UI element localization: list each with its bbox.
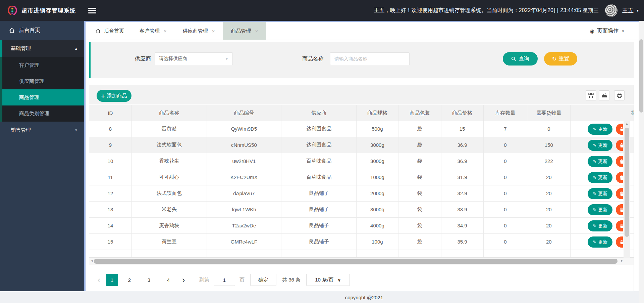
delete-button[interactable]: 删除 — [616, 236, 623, 248]
confirm-page-button[interactable]: 确定 — [250, 274, 276, 286]
delete-button[interactable]: 删除 — [616, 124, 623, 135]
user-caret-down-icon[interactable]: ▼ — [636, 9, 639, 12]
column-header-pack[interactable]: 商品包装 — [398, 105, 441, 121]
delete-button[interactable]: 删除 — [616, 140, 623, 151]
sidebar-item-product-categories[interactable]: 商品类别管理 — [0, 105, 84, 122]
sidebar-item-products[interactable]: 商品管理 — [0, 89, 84, 105]
close-icon[interactable]: × — [164, 28, 167, 34]
hamburger-menu-icon[interactable] — [88, 6, 96, 15]
username[interactable]: 王五 — [622, 7, 634, 14]
update-button[interactable]: ✎更新 — [588, 172, 612, 183]
update-button[interactable]: ✎更新 — [588, 156, 612, 167]
goto-label: 到第 — [199, 277, 209, 283]
sidebar-home-label: 后台首页 — [19, 27, 40, 34]
cell-supplier: 良品铺子 — [281, 185, 357, 201]
cell-code: cNnmUS50 — [207, 137, 282, 153]
column-header-id[interactable]: ID — [89, 105, 132, 121]
page-scrollbar-thumb[interactable] — [639, 39, 643, 113]
delete-button[interactable]: 删除 — [616, 204, 623, 215]
pencil-icon: ✎ — [593, 191, 596, 196]
page-size-select[interactable]: 10 条/页 ∨ — [306, 274, 350, 286]
page-button-3[interactable]: 3 — [141, 274, 157, 286]
close-icon[interactable]: × — [212, 28, 215, 34]
page-button-4[interactable]: 4 — [160, 274, 176, 286]
print-button[interactable] — [614, 90, 625, 100]
vertical-scrollbar[interactable]: ▲ — [624, 121, 630, 258]
scroll-left-icon[interactable]: ◄ — [90, 259, 93, 262]
page-button-2[interactable]: 2 — [121, 274, 138, 286]
update-button[interactable]: ✎更新 — [588, 124, 612, 135]
table-row: 14麦香鸡块T2av2wDe良品铺子4000g袋34.9020✎更新删除 — [89, 218, 634, 234]
cell-pack: 袋 — [398, 137, 441, 153]
close-icon[interactable]: × — [255, 28, 258, 34]
cell-id: 8 — [89, 121, 132, 137]
tab-home[interactable]: 后台首页 — [86, 22, 131, 40]
add-product-button[interactable]: + 添加商品 — [97, 90, 131, 102]
delete-button[interactable]: 删除 — [616, 172, 623, 183]
avatar[interactable] — [605, 4, 618, 17]
scroll-up-icon[interactable]: ▲ — [624, 122, 630, 125]
welcome-text: 王五，晚上好！欢迎使用超市进销存管理系统。当前时间为：2022年04月20日 2… — [374, 7, 599, 14]
update-button[interactable]: ✎更新 — [588, 140, 612, 151]
scroll-right-icon[interactable]: ► — [621, 259, 624, 262]
export-button[interactable] — [599, 90, 609, 100]
sidebar: 后台首页 基础管理 ▲ 客户管理 供应商管理 商品管理 商品类别管理 销售管理 … — [0, 21, 84, 291]
update-button[interactable]: ✎更新 — [588, 236, 612, 248]
chevron-up-icon: ▲ — [74, 47, 78, 50]
delete-button[interactable]: 删除 — [616, 156, 623, 167]
sidebar-group-basic[interactable]: 基础管理 ▲ — [0, 40, 84, 57]
trash-icon — [620, 127, 623, 132]
search-button[interactable]: 查询 — [503, 52, 538, 66]
page-actions-dropdown[interactable]: ◉ 页面操作 ▼ — [581, 22, 633, 40]
horizontal-scrollbar[interactable]: ◄ ► — [89, 258, 634, 265]
table-toolbar: + 添加商品 — [89, 85, 634, 105]
cell-name: 可可甜心 — [132, 169, 207, 185]
product-name-input[interactable] — [330, 52, 410, 65]
horizontal-scrollbar-thumb[interactable] — [94, 259, 618, 264]
cell-supplier: 良品铺子 — [281, 202, 357, 217]
page-scrollbar[interactable] — [639, 21, 644, 303]
update-button[interactable]: ✎更新 — [588, 204, 612, 215]
column-header-name[interactable]: 商品名称 — [132, 105, 207, 121]
table-row: 11可可甜心K2EC2UmX百草味食品1000g袋31.9020✎更新删除 — [89, 169, 634, 185]
reset-button[interactable]: ↻ 重置 — [544, 52, 577, 66]
column-header-code[interactable]: 商品编号 — [207, 105, 282, 121]
tab-products[interactable]: 商品管理 × — [223, 22, 266, 40]
sidebar-item-suppliers[interactable]: 供应商管理 — [0, 73, 84, 89]
sidebar-group-basic-label: 基础管理 — [11, 45, 31, 52]
table-row: 15荷兰豆GMRc4wLF良品铺子100g袋35.9020✎更新删除 — [89, 234, 634, 250]
column-header-stock[interactable]: 库存数量 — [484, 105, 528, 121]
cell-name: 香辣花生 — [132, 153, 207, 169]
tab-customers[interactable]: 客户管理 × — [131, 22, 175, 40]
tab-suppliers[interactable]: 供应商管理 × — [175, 22, 223, 40]
trash-icon — [620, 191, 623, 196]
vertical-scrollbar-thumb[interactable] — [625, 128, 629, 237]
pencil-icon: ✎ — [593, 159, 596, 164]
goto-page-input[interactable] — [214, 274, 235, 286]
supplier-select[interactable]: 请选择供应商 ▼ — [155, 52, 233, 65]
cell-id: 12 — [89, 185, 132, 201]
column-header-need[interactable]: 需要货物量 — [527, 105, 571, 121]
cell-need: 222 — [527, 153, 571, 169]
cell-price: 31.9 — [441, 169, 484, 185]
prev-page-button[interactable]: ‹ — [95, 275, 103, 285]
update-button[interactable]: ✎更新 — [588, 188, 612, 199]
column-header-supplier[interactable]: 供应商 — [281, 105, 357, 121]
cell-stock: 0 — [484, 218, 528, 233]
table-row: 9法式软面包cNnmUS50达利园食品3000g袋36.90150✎更新删除 — [89, 137, 634, 153]
sidebar-item-home[interactable]: 后台首页 — [0, 21, 84, 40]
cell-name: 米老头 — [132, 202, 207, 217]
chevron-down-icon: ▼ — [74, 128, 78, 132]
next-page-button[interactable]: › — [179, 275, 188, 285]
column-header-spec[interactable]: 商品规格 — [357, 105, 398, 121]
sidebar-item-customers[interactable]: 客户管理 — [0, 57, 84, 73]
sidebar-group-sales[interactable]: 销售管理 ▼ — [0, 122, 84, 138]
home-icon — [9, 28, 15, 33]
delete-button[interactable]: 删除 — [616, 220, 623, 231]
app-title: 超市进销存管理系统 — [21, 7, 76, 14]
delete-button[interactable]: 删除 — [616, 188, 623, 199]
filter-columns-button[interactable] — [586, 90, 596, 100]
update-button[interactable]: ✎更新 — [588, 220, 612, 231]
column-header-price[interactable]: 商品价格 — [441, 105, 484, 121]
page-button-1[interactable]: 1 — [106, 274, 118, 286]
